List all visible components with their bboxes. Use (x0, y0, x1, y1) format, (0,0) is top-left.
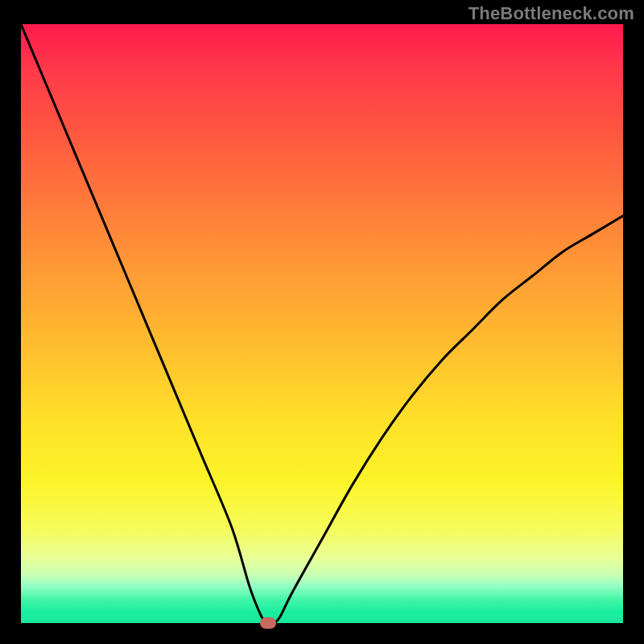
chart-container: TheBottleneck.com (0, 0, 644, 644)
watermark-text: TheBottleneck.com (469, 3, 634, 24)
plot-area (21, 24, 623, 623)
minimum-marker (260, 617, 276, 629)
curve-svg (21, 24, 623, 623)
bottleneck-curve-path (21, 24, 623, 623)
